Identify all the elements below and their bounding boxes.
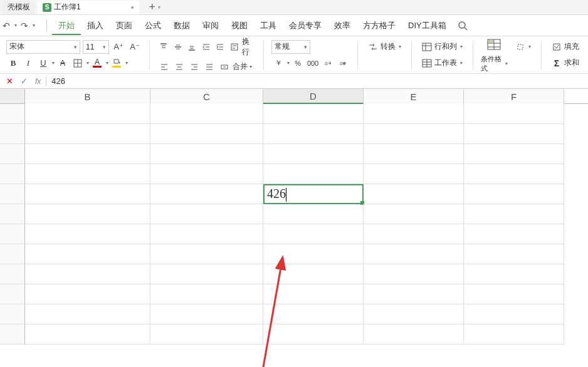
comma-button[interactable]: 000 [306,56,320,70]
cell-F10[interactable] [464,284,564,304]
menu-tab-tools[interactable]: 工具 [254,16,283,35]
cell-E2[interactable] [364,124,464,144]
border-button[interactable] [71,56,85,70]
row-header[interactable] [0,284,25,304]
cell-C4[interactable] [150,164,263,184]
cell-B3[interactable] [25,144,150,164]
cell-E10[interactable] [364,284,464,304]
menu-tab-diy[interactable]: DIY工具箱 [402,16,453,35]
menu-tab-view[interactable]: 视图 [225,16,254,35]
cell-B9[interactable] [25,264,150,284]
menu-tab-insert[interactable]: 插入 [81,16,110,35]
tab-template[interactable]: 壳模板 [3,1,35,14]
cell-E8[interactable] [364,244,464,264]
cell-D10[interactable] [263,284,364,304]
menu-tab-start[interactable]: 开始 [52,16,81,35]
cell-E11[interactable] [364,304,464,324]
row-header[interactable] [0,204,25,224]
conditional-format-large[interactable] [481,37,508,52]
cell-B4[interactable] [25,164,150,184]
cell-E1[interactable] [364,104,464,124]
row-header[interactable] [0,304,25,324]
col-header-F[interactable]: F [464,89,564,104]
cell-C2[interactable] [150,124,263,144]
cell-B11[interactable] [25,304,150,324]
increase-decimal-button[interactable]: .00 [336,56,350,70]
cell-B8[interactable] [25,244,150,264]
cell-F12[interactable] [464,324,564,344]
tab-add-button[interactable]: + [149,1,156,14]
cell-E12[interactable] [364,324,464,344]
merge-button[interactable] [218,60,231,74]
cell-E3[interactable] [364,144,464,164]
cell-C7[interactable] [150,224,263,244]
cell-F5[interactable] [464,184,564,204]
row-col-button[interactable]: 行和列 ▾ [419,40,465,54]
align-bottom-button[interactable] [186,40,198,54]
formula-confirm-button[interactable]: ✓ [21,76,28,86]
decrease-indent-button[interactable] [199,40,212,54]
col-header-C[interactable]: C [150,89,263,104]
col-header-B[interactable]: B [25,89,150,104]
italic-button[interactable]: I [21,56,35,70]
cell-B5[interactable] [25,184,150,204]
cell-B6[interactable] [25,204,150,224]
decrease-font-button[interactable]: A⁻ [128,40,142,54]
cell-C5[interactable] [150,184,263,204]
convert-button[interactable]: 转换 ▾ [365,40,404,54]
increase-font-button[interactable]: A⁺ [112,40,125,54]
cell-E7[interactable] [364,224,464,244]
cell-E5[interactable] [364,184,464,204]
row-header[interactable] [0,124,25,144]
row-header[interactable] [0,224,25,244]
menu-tab-ffgz[interactable]: 方方格子 [357,16,402,35]
fill-button[interactable]: 填充 [549,40,582,54]
bold-button[interactable]: B [6,56,20,70]
cell-E4[interactable] [364,164,464,184]
increase-indent-button[interactable] [214,40,226,54]
underline-button[interactable]: U [36,56,50,70]
align-middle-button[interactable] [171,40,184,54]
menu-tab-efficiency[interactable]: 效率 [328,16,357,35]
font-select[interactable]: 宋体 ▾ [6,40,80,54]
currency-button[interactable]: ￥ [271,56,285,70]
cell-B7[interactable] [25,224,150,244]
cell-C11[interactable] [150,304,263,324]
undo-button[interactable]: ↶ [3,21,10,31]
cell-D7[interactable] [263,224,364,244]
cell-D8[interactable] [263,244,364,264]
cell-F6[interactable] [464,204,564,224]
cell-B1[interactable] [25,104,150,124]
chevron-down-icon[interactable]: ▾ [87,60,89,66]
chevron-down-icon[interactable]: ▾ [106,60,108,66]
cell-F1[interactable] [464,104,564,124]
row-header[interactable] [0,244,25,264]
cell-E6[interactable] [364,204,464,224]
cell-F3[interactable] [464,144,564,164]
cell-D5[interactable]: 426 [263,184,364,204]
search-icon[interactable] [458,21,468,31]
row-header[interactable] [0,104,25,124]
percent-button[interactable]: % [291,56,305,70]
cell-F7[interactable] [464,224,564,244]
cell-B12[interactable] [25,324,150,344]
row-header[interactable] [0,184,25,204]
align-right-button[interactable] [187,60,201,74]
cell-C1[interactable] [150,104,263,124]
cell-D1[interactable] [263,104,364,124]
cell-F8[interactable] [464,244,564,264]
wrap-text-button[interactable] [228,40,240,54]
cell-D12[interactable] [263,324,364,344]
font-size-select[interactable]: 11 ▾ [83,40,109,54]
sum-button[interactable]: Σ 求和 [549,56,582,70]
chevron-down-icon[interactable]: ▾ [287,60,290,66]
col-header-D[interactable]: D [263,89,364,104]
align-left-button[interactable] [157,60,171,74]
redo-button[interactable]: ↷ [21,21,28,31]
cell-F4[interactable] [464,164,564,184]
chevron-down-icon[interactable]: ▾ [249,64,252,70]
row-header[interactable] [0,324,25,344]
font-color-button[interactable]: A [90,56,104,70]
col-header-E[interactable]: E [364,89,464,104]
formula-input[interactable]: 426 [48,76,585,86]
